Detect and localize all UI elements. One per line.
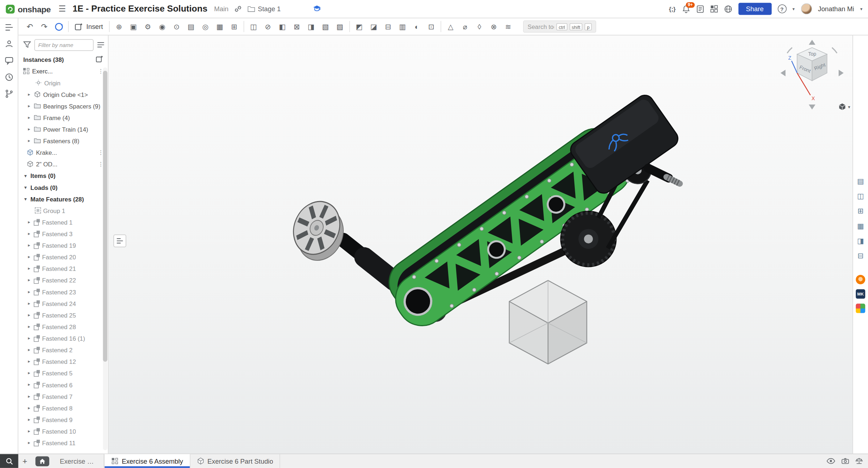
classroom-icon[interactable] (313, 5, 321, 13)
mate-feature-row[interactable]: ▸ Fastened 7 (18, 391, 108, 402)
drawing-panel-icon[interactable]: ▦ (856, 221, 866, 231)
new-tab-button[interactable]: + (18, 454, 31, 468)
mate-feature-row[interactable]: ▸ Fastened 1 (18, 216, 108, 228)
chevron-right-icon[interactable]: ▸ (26, 301, 31, 306)
chevron-right-icon[interactable]: ▸ (26, 405, 31, 410)
tree-item-frame[interactable]: ▸ Frame (4) (18, 112, 108, 123)
appearance-icon[interactable]: ◐ (410, 20, 424, 33)
rotate-right-arrow-icon[interactable] (839, 70, 844, 76)
chevron-right-icon[interactable]: ▸ (26, 103, 31, 109)
eye-icon[interactable] (826, 456, 835, 466)
feature-list-handle[interactable] (114, 234, 126, 247)
replicate-icon[interactable]: ▦ (212, 20, 227, 33)
mate-feature-row[interactable]: ▸ Fastened 3 (18, 228, 108, 239)
main-menu-icon[interactable]: ☰ (58, 4, 66, 14)
view-cube[interactable]: Top Front Right Z X (778, 38, 846, 116)
account-caret-icon[interactable]: ▾ (860, 7, 863, 12)
chevron-right-icon[interactable]: ▸ (26, 278, 31, 283)
chevron-right-icon[interactable]: ▸ (26, 371, 31, 376)
chevron-right-icon[interactable]: ▸ (26, 127, 31, 132)
chevron-right-icon[interactable]: ▸ (26, 220, 31, 225)
mate-group-row[interactable]: Group 1 (18, 205, 108, 216)
chevron-right-icon[interactable]: ▸ (26, 359, 31, 364)
3d-viewport[interactable]: Top Front Right Z X ▾ (109, 35, 852, 454)
report-icon[interactable] (696, 5, 704, 13)
rotate-left-arrow-icon[interactable] (780, 70, 785, 76)
chevron-right-icon[interactable]: ▸ (26, 382, 31, 387)
assembly-features-icon[interactable]: ◫ (247, 20, 261, 33)
mate-feature-row[interactable]: ▸ Fastened 12 (18, 356, 108, 367)
configurations-icon[interactable]: ⊡ (424, 20, 438, 33)
structural-joint-icon[interactable]: ⊠ (290, 20, 304, 33)
app-mkcad-icon[interactable]: MK (856, 289, 865, 299)
scrollbar-thumb[interactable] (103, 71, 107, 362)
documents-panel-icon[interactable]: ▤ (856, 176, 866, 186)
relation-icon[interactable]: ⚙ (140, 20, 155, 33)
display-states-icon[interactable]: ◩ (352, 20, 367, 33)
mate-feature-row[interactable]: ▸ Fastened 5 (18, 367, 108, 379)
chevron-right-icon[interactable]: ▸ (26, 289, 31, 294)
rotate-up-arrow-icon[interactable] (809, 40, 815, 45)
tree-item-assembly-root[interactable]: Exerc... ⋮ (18, 65, 108, 77)
section-items[interactable]: ▾ Items (0) (18, 170, 108, 181)
chevron-right-icon[interactable]: ▸ (26, 440, 31, 445)
mate-feature-row[interactable]: ▸ Fastened 10 (18, 425, 108, 437)
section-loads[interactable]: ▾ Loads (0) (18, 182, 108, 193)
mass-properties-icon[interactable]: ◊ (472, 20, 487, 33)
chevron-right-icon[interactable]: ▸ (26, 254, 31, 259)
mate-feature-row[interactable]: ▸ Fastened 24 (18, 298, 108, 309)
feature-list-icon[interactable] (4, 23, 13, 32)
exploded-view-icon[interactable]: ⊟ (381, 20, 395, 33)
rotate-cw-arrow-icon[interactable] (832, 48, 837, 53)
interference-icon[interactable]: ⊗ (486, 20, 501, 33)
properties-panel-icon[interactable]: ⊟ (856, 251, 866, 261)
chevron-right-icon[interactable]: ▸ (26, 417, 31, 422)
panel-scrollbar[interactable] (103, 68, 107, 450)
chevron-right-icon[interactable]: ▸ (26, 266, 31, 271)
community-globe-icon[interactable] (724, 5, 732, 13)
chevron-right-icon[interactable]: ▸ (26, 324, 31, 329)
origin-cube[interactable] (509, 280, 587, 364)
chevron-right-icon[interactable]: ▸ (26, 429, 31, 434)
mate-feature-row[interactable]: ▸ Fastened 8 (18, 402, 108, 414)
tab-feature-icon[interactable]: ▧ (318, 20, 333, 33)
assembly-model[interactable] (109, 35, 852, 454)
mate-feature-row[interactable]: ▸ Fastened 16 (1) (18, 332, 108, 344)
mate-feature-row[interactable]: ▸ Fastened 23 (18, 286, 108, 298)
tree-item-origin[interactable]: Origin (18, 77, 108, 89)
pulley[interactable] (561, 211, 616, 267)
mate-feature-row[interactable]: ▸ Fastened 9 (18, 414, 108, 425)
list-options-icon[interactable] (97, 40, 105, 50)
app-colors-icon[interactable] (856, 304, 865, 313)
tree-item-kraken[interactable]: Krake... ⋮ (18, 146, 108, 158)
smart-fasteners-icon[interactable]: ⊞ (227, 20, 241, 33)
branch-label[interactable]: Main (214, 5, 228, 13)
tab-exercise6-directory[interactable]: Exercise 6 - Dir (53, 454, 104, 468)
chevron-right-icon[interactable]: ▸ (26, 231, 31, 236)
insert-instance-icon[interactable] (96, 55, 104, 64)
appearance-panel-icon[interactable]: ◨ (856, 235, 866, 246)
snap-mode-icon[interactable]: ◉ (155, 20, 169, 33)
link-icon[interactable] (234, 5, 241, 13)
circular-pattern-icon[interactable]: ◎ (198, 20, 213, 33)
tree-item-power-train[interactable]: ▸ Power Train (14) (18, 123, 108, 135)
chevron-right-icon[interactable]: ▸ (26, 394, 31, 399)
mate-feature-row[interactable]: ▸ Fastened 19 (18, 239, 108, 251)
avatar[interactable] (801, 3, 812, 14)
undo-icon[interactable]: ↶ (23, 20, 37, 33)
chevron-right-icon[interactable]: ▸ (26, 243, 31, 248)
mate-connector-icon[interactable]: ⊙ (169, 20, 184, 33)
chevron-right-icon[interactable]: ▸ (26, 115, 31, 120)
mate-feature-row[interactable]: ▸ Fastened 2 (18, 344, 108, 356)
history-icon[interactable] (4, 72, 13, 82)
bom-icon[interactable]: ▥ (395, 20, 410, 33)
output-shaft[interactable] (648, 168, 680, 184)
mate-feature-row[interactable]: ▸ Fastened 28 (18, 321, 108, 332)
sync-icon[interactable] (51, 20, 66, 33)
chevron-right-icon[interactable]: ▸ (26, 92, 31, 97)
group-icon[interactable]: ▣ (126, 20, 141, 33)
view-settings-menu[interactable]: ▾ (838, 103, 850, 110)
stage-selector[interactable]: Stage 1 (247, 5, 281, 13)
measure-icon[interactable]: ⌀ (458, 20, 472, 33)
release-management-icon[interactable] (4, 89, 13, 98)
